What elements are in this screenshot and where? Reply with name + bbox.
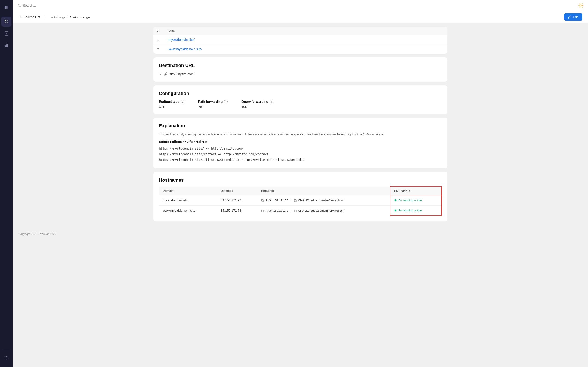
dns-dot-1	[394, 199, 397, 202]
hostnames-row-1: myolddomain.site 34.159.171.73 A: 34.159…	[159, 195, 442, 206]
path-forwarding-help-icon[interactable]: ?	[224, 100, 228, 103]
settings-icon[interactable]	[578, 3, 583, 8]
hostnames-col-domain: Domain	[159, 187, 217, 195]
explanation-title: Explanation	[159, 123, 442, 128]
config-redirect-type-value: 301	[159, 105, 184, 108]
copy-a-icon-2[interactable]	[261, 209, 264, 212]
redirect-type-help-icon[interactable]: ?	[181, 100, 184, 103]
explanation-description: This section is only showing the redirec…	[159, 132, 442, 137]
sidebar-bottom	[1, 348, 11, 364]
table-row: 2 www.myolddomain.site/	[153, 44, 447, 54]
arrow-left-icon	[18, 15, 22, 19]
hostname-required-cname-2: CNAME: edge.domain-forward.com	[298, 209, 345, 212]
config-path-forwarding-value: Yes	[198, 105, 228, 108]
dns-dot-2	[394, 209, 397, 212]
svg-rect-12	[6, 44, 7, 47]
redirect-example-3: https://myolddomain.site/?first=1&second…	[159, 157, 442, 163]
search-input[interactable]	[23, 4, 92, 7]
hostname-detected-2: 34.159.171.73	[217, 206, 258, 216]
hostnames-col-required: Required	[258, 187, 390, 195]
hostname-required-1: A: 34.159.171.73 / CNAME: edge.domain-fo…	[258, 195, 390, 206]
dns-active-2: Forwarding active	[394, 209, 438, 212]
redirect-examples: https://myolddomain.site/ => http://mysi…	[159, 146, 442, 163]
dns-active-1: Forwarding active	[394, 199, 438, 202]
svg-rect-13	[7, 44, 8, 47]
search-icon	[17, 4, 21, 7]
svg-rect-20	[294, 210, 296, 212]
hostnames-table: Domain Detected Required DNS status myol…	[159, 186, 442, 216]
top-bar	[13, 0, 588, 11]
config-query-forwarding-label: Query forwarding ?	[242, 100, 273, 103]
hostname-domain-2: www.myolddomain.site	[159, 206, 217, 216]
svg-line-15	[20, 6, 21, 7]
hostname-required-cname-1: CNAME: edge.domain-forward.com	[298, 199, 345, 202]
hostname-dns-status-2: Forwarding active	[390, 206, 442, 216]
search-area	[17, 4, 578, 7]
query-forwarding-help-icon[interactable]: ?	[270, 100, 273, 103]
copy-cname-icon-2[interactable]	[294, 209, 297, 212]
svg-rect-18	[294, 200, 296, 202]
sidebar-item-notifications[interactable]	[1, 353, 11, 363]
hostname-detected-1: 34.159.171.73	[217, 195, 258, 206]
url-num-1: 1	[153, 35, 165, 44]
hostname-dns-status-1: Forwarding active	[390, 195, 442, 206]
urls-col-num: #	[153, 27, 165, 35]
link-icon	[164, 72, 167, 76]
sidebar-item-docs[interactable]	[1, 28, 11, 39]
svg-rect-3	[5, 20, 6, 21]
config-query-forwarding: Query forwarding ? Yes	[242, 100, 273, 108]
redirect-example-2: https://myolddomain.site/contact => http…	[159, 151, 442, 157]
redirect-arrow-icon: ↳	[159, 72, 162, 76]
hostname-required-2: A: 34.159.171.73 / CNAME: edge.domain-fo…	[258, 206, 390, 216]
before-after-title: Before redirect => After redirect	[159, 140, 442, 144]
url-num-2: 2	[153, 44, 165, 54]
main-area: Back to List Last changed: 9 minutes ago…	[13, 0, 588, 367]
last-changed-value: 9 minutes ago	[70, 15, 90, 19]
edit-button[interactable]: Edit	[564, 13, 582, 21]
hostnames-col-dns-status: DNS status	[390, 187, 442, 195]
required-cell-1: A: 34.159.171.73 / CNAME: edge.domain-fo…	[261, 199, 386, 202]
svg-rect-19	[262, 210, 264, 212]
last-changed-label: Last changed:	[49, 15, 68, 19]
edit-button-label: Edit	[573, 15, 578, 19]
destination-title: Destination URL	[159, 63, 442, 68]
svg-rect-6	[7, 22, 8, 23]
sub-header-left: Back to List Last changed: 9 minutes ago	[18, 15, 90, 19]
footer-text: Copyright 2023 – Version 1.0.0	[18, 232, 56, 236]
configuration-title: Configuration	[159, 91, 442, 96]
sidebar	[0, 0, 13, 367]
dns-status-label-1: Forwarding active	[398, 199, 422, 202]
config-path-forwarding-label: Path forwarding ?	[198, 100, 228, 103]
sidebar-toggle-icon[interactable]	[2, 3, 11, 12]
configuration-section: Configuration Redirect type ? 301 Path f…	[153, 85, 447, 114]
hostname-domain-1: myolddomain.site	[159, 195, 217, 206]
svg-rect-5	[5, 22, 6, 23]
urls-col-url: URL	[165, 27, 447, 35]
urls-card: # URL 1 myolddomain.site/ 2 www.myolddom…	[153, 27, 447, 54]
required-cell-2: A: 34.159.171.73 / CNAME: edge.domain-fo…	[261, 209, 386, 212]
hostnames-section: Hostnames Domain Detected Required DNS s…	[153, 172, 447, 222]
hostnames-title: Hostnames	[159, 177, 442, 183]
copy-cname-icon-1[interactable]	[294, 199, 297, 202]
config-redirect-type-label: Redirect type ?	[159, 100, 184, 103]
back-to-list-label: Back to List	[23, 15, 40, 19]
sidebar-item-analytics[interactable]	[1, 40, 11, 50]
destination-row: ↳ http://mysite.com/	[159, 72, 442, 76]
redirect-example-1: https://myolddomain.site/ => http://mysi…	[159, 146, 442, 152]
url-link-2: www.myolddomain.site/	[165, 44, 447, 54]
copy-a-icon-1[interactable]	[261, 199, 264, 202]
hostnames-row-2: www.myolddomain.site 34.159.171.73 A: 34…	[159, 206, 442, 216]
sidebar-item-dashboard[interactable]	[1, 17, 11, 27]
hostname-required-a-2: A: 34.159.171.73	[266, 209, 288, 212]
config-path-forwarding: Path forwarding ? Yes	[198, 100, 228, 108]
last-changed: Last changed: 9 minutes ago	[44, 15, 90, 19]
edit-icon	[568, 15, 571, 19]
explanation-section: Explanation This section is only showing…	[153, 118, 447, 168]
dns-status-label-2: Forwarding active	[398, 209, 422, 212]
table-row: 1 myolddomain.site/	[153, 35, 447, 44]
hostname-required-a-1: A: 34.159.171.73	[266, 199, 288, 202]
sub-header: Back to List Last changed: 9 minutes ago…	[13, 11, 588, 23]
urls-table: # URL 1 myolddomain.site/ 2 www.myolddom…	[153, 27, 447, 54]
svg-rect-17	[262, 200, 264, 202]
back-to-list-button[interactable]: Back to List	[18, 15, 40, 19]
